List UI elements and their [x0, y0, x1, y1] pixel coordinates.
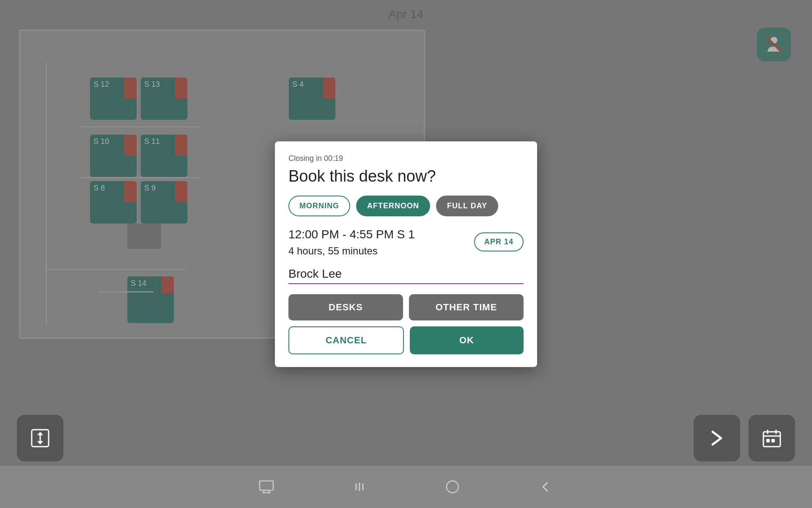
slot-morning-button[interactable]: MORNING: [288, 196, 350, 216]
booking-time-text: 12:00 PM - 4:55 PM S 1 4 hours, 55 minut…: [288, 226, 415, 259]
booking-duration: 4 hours, 55 minutes: [288, 243, 415, 259]
slot-fullday-button[interactable]: FULL DAY: [436, 196, 498, 216]
svg-rect-11: [771, 439, 775, 442]
svg-point-19: [447, 481, 458, 493]
bottom-nav: [0, 466, 812, 508]
bottom-right-buttons: [694, 415, 795, 461]
slot-afternoon-button[interactable]: AFTERNOON: [356, 196, 430, 216]
confirm-buttons: CANCEL OK: [288, 326, 524, 354]
booking-time: 12:00 PM - 4:55 PM S 1: [288, 226, 415, 243]
cancel-button[interactable]: CANCEL: [288, 326, 404, 354]
next-button[interactable]: [694, 415, 740, 461]
modal-title: Book this desk now?: [288, 167, 524, 185]
nav-back-button[interactable]: [533, 474, 558, 500]
svg-marker-5: [37, 441, 43, 444]
nav-home-button[interactable]: [440, 474, 465, 500]
ok-button[interactable]: OK: [410, 326, 524, 354]
booking-info: 12:00 PM - 4:55 PM S 1 4 hours, 55 minut…: [288, 226, 524, 259]
desks-button[interactable]: DESKS: [288, 294, 403, 320]
svg-rect-12: [260, 481, 273, 490]
calendar-button[interactable]: [749, 415, 795, 461]
time-slots-group: MORNING AFTERNOON FULL DAY: [288, 196, 524, 216]
booking-modal: Closing in 00:19 Book this desk now? MOR…: [275, 141, 537, 367]
bottom-left-button[interactable]: [17, 415, 63, 461]
closing-countdown: Closing in 00:19: [288, 154, 524, 163]
svg-rect-10: [766, 439, 770, 442]
nav-menu-button[interactable]: [347, 474, 372, 500]
other-time-button[interactable]: OTHER TIME: [409, 294, 524, 320]
user-name-input[interactable]: [288, 267, 524, 284]
modal-overlay: Closing in 00:19 Book this desk now? MOR…: [0, 0, 812, 508]
svg-marker-4: [37, 432, 43, 435]
action-buttons: DESKS OTHER TIME: [288, 294, 524, 320]
date-badge[interactable]: APR 14: [474, 232, 524, 251]
nav-screen-button[interactable]: [254, 474, 279, 500]
